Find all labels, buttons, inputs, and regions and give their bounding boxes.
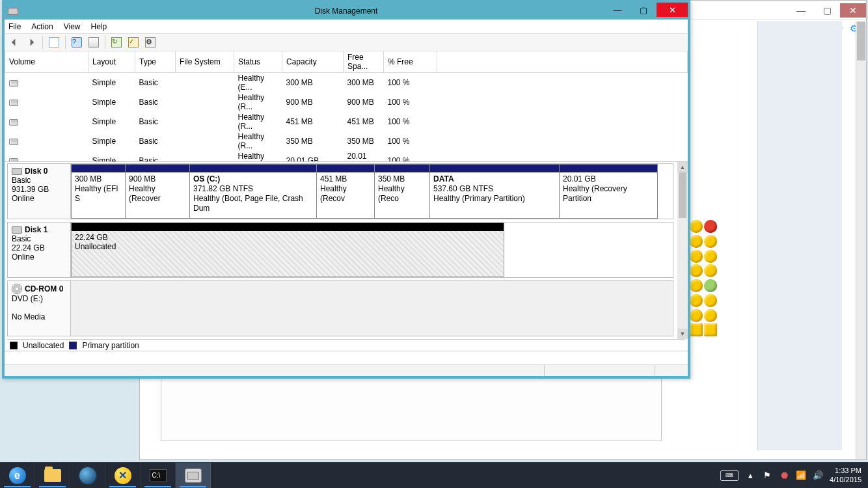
disk-management-window: Disk Management — ▢ ✕ File Action View H…: [2, 0, 690, 379]
show-hide-console-tree-button[interactable]: [47, 35, 61, 49]
emoji-icon[interactable]: [704, 309, 717, 322]
col-volume[interactable]: Volume: [5, 51, 88, 73]
maximize-button[interactable]: ▢: [631, 3, 657, 17]
rescan-button[interactable]: ✓: [126, 35, 141, 49]
partition-size: 537.60 GB NTFS: [433, 184, 556, 194]
emoji-icon[interactable]: [690, 309, 703, 322]
col-capacity[interactable]: Capacity: [282, 51, 344, 73]
emoji-icon[interactable]: [704, 235, 717, 248]
taskbar-ie[interactable]: [0, 463, 35, 489]
col-spacer[interactable]: [437, 51, 688, 73]
back-button[interactable]: [7, 35, 21, 49]
volume-list-pane[interactable]: Volume Layout Type File System Status Ca…: [5, 51, 688, 162]
volume-row[interactable]: SimpleBasicHealthy (R...350 MB350 MB100 …: [5, 131, 688, 151]
emoji-icon[interactable]: [690, 264, 703, 277]
refresh-button[interactable]: ↻: [109, 35, 124, 49]
bg-minimize-button[interactable]: —: [788, 3, 814, 18]
emoji-icon[interactable]: [690, 235, 703, 248]
emoji-icon[interactable]: [690, 323, 703, 336]
bg-close-button[interactable]: ✕: [840, 3, 866, 18]
col-pctfree[interactable]: % Free: [384, 51, 437, 73]
disk-row[interactable]: Disk 1Basic22.24 GBOnline22.24 GBUnalloc…: [7, 222, 673, 278]
volume-fs: [176, 73, 234, 93]
partition[interactable]: OS (C:)371.82 GB NTFSHealthy (Boot, Page…: [189, 164, 317, 219]
col-freespace[interactable]: Free Spa...: [344, 51, 384, 73]
col-layout[interactable]: Layout: [88, 51, 135, 73]
disk-header[interactable]: CD-ROM 0DVD (E:)No Media: [8, 281, 71, 336]
bg-scroll-thumb[interactable]: [857, 21, 865, 61]
partition[interactable]: 451 MBHealthy (Recov: [316, 164, 375, 219]
volume-row[interactable]: SimpleBasicHealthy (R...900 MB900 MB100 …: [5, 92, 688, 112]
keyboard-icon[interactable]: ⌨: [720, 470, 739, 481]
tray-clock[interactable]: 1:33 PM 4/10/2015: [830, 467, 861, 483]
partition-size: 300 MB: [75, 174, 122, 184]
disk-header[interactable]: Disk 0Basic931.39 GBOnline: [8, 164, 71, 219]
partition[interactable]: 300 MBHealthy (EFI S: [71, 164, 126, 219]
disk-row[interactable]: CD-ROM 0DVD (E:)No Media: [7, 280, 673, 336]
minimize-button[interactable]: —: [604, 3, 631, 17]
volume-row[interactable]: SimpleBasicHealthy (R...20.01 GB20.01 GB…: [5, 151, 688, 162]
disk-row[interactable]: Disk 0Basic931.39 GBOnline300 MBHealthy …: [7, 163, 673, 219]
taskbar-cmd[interactable]: C:\: [141, 463, 176, 489]
tray-action-center-icon[interactable]: ⚑: [762, 470, 772, 481]
folder-icon: [44, 469, 61, 482]
system-tray[interactable]: ⌨ ▴ ⚑ ⬣ 📶 🔊 1:33 PM 4/10/2015: [714, 463, 868, 488]
disk-graphic-pane[interactable]: Disk 0Basic931.39 GBOnline300 MBHealthy …: [5, 162, 688, 351]
emoji-icon[interactable]: [704, 220, 717, 233]
titlebar[interactable]: Disk Management — ▢ ✕: [5, 3, 688, 20]
emoji-icon[interactable]: [704, 279, 717, 292]
close-button[interactable]: ✕: [657, 3, 688, 17]
partition[interactable]: 350 MBHealthy (Reco: [374, 164, 430, 219]
graphic-scrollbar[interactable]: ▲ ▼: [677, 162, 688, 339]
emoji-icon[interactable]: [690, 294, 703, 307]
volume-table[interactable]: Volume Layout Type File System Status Ca…: [5, 51, 688, 162]
scroll-up-button[interactable]: ▲: [677, 162, 688, 172]
taskbar-explorer[interactable]: [35, 463, 70, 489]
volume-row[interactable]: SimpleBasicHealthy (R...451 MB451 MB100 …: [5, 112, 688, 131]
menu-view[interactable]: View: [64, 22, 81, 31]
disk-header[interactable]: Disk 1Basic22.24 GBOnline: [8, 223, 71, 277]
bg-scrollbar[interactable]: [856, 21, 866, 459]
volume-status: Healthy (R...: [234, 112, 282, 131]
volume-row[interactable]: SimpleBasicHealthy (E...300 MB300 MB100 …: [5, 73, 688, 93]
partition-status: Healthy (Boot, Page File, Crash Dum: [193, 194, 313, 213]
partition[interactable]: 900 MBHealthy (Recover: [125, 164, 190, 219]
unallocated-region[interactable]: 22.24 GBUnallocated: [71, 223, 504, 277]
bg-maximize-button[interactable]: ▢: [814, 3, 840, 18]
emoji-icon[interactable]: [690, 250, 703, 263]
taskbar[interactable]: ✕ C:\ ⌨ ▴ ⚑ ⬣ 📶 🔊 1:33 PM 4/10/2015: [0, 462, 868, 488]
partition-header: [430, 165, 559, 172]
disk-size: 22.24 GB: [12, 243, 66, 252]
partition[interactable]: 20.01 GBHealthy (Recovery Partition: [559, 164, 658, 219]
emoji-icon[interactable]: [690, 279, 703, 292]
col-status[interactable]: Status: [234, 51, 282, 73]
menu-action[interactable]: Action: [31, 22, 53, 31]
emoji-icon[interactable]: [704, 294, 717, 307]
cmd-icon: C:\: [150, 469, 167, 482]
scroll-thumb[interactable]: [679, 172, 686, 218]
menu-file[interactable]: File: [8, 22, 21, 31]
rescan-icon: ✓: [128, 37, 139, 47]
tray-security-icon[interactable]: ⬣: [779, 470, 789, 481]
tray-network-icon[interactable]: 📶: [796, 470, 806, 481]
taskbar-diskmgmt[interactable]: [176, 463, 211, 489]
scroll-down-button[interactable]: ▼: [677, 329, 688, 339]
col-filesystem[interactable]: File System: [176, 51, 234, 73]
emoji-icon[interactable]: [704, 264, 717, 277]
volume-type: Basic: [135, 151, 176, 162]
help-button[interactable]: ?: [70, 35, 84, 49]
forward-button[interactable]: [24, 35, 38, 49]
tray-up-icon[interactable]: ▴: [745, 470, 755, 481]
emoji-icon[interactable]: [704, 250, 717, 263]
partition[interactable]: DATA537.60 GB NTFSHealthy (Primary Parti…: [429, 164, 560, 219]
menu-help[interactable]: Help: [91, 22, 107, 31]
volume-capacity: 900 MB: [282, 92, 344, 112]
col-type[interactable]: Type: [135, 51, 176, 73]
taskbar-app-x[interactable]: ✕: [105, 463, 141, 489]
tray-volume-icon[interactable]: 🔊: [813, 470, 823, 481]
properties-button[interactable]: [87, 35, 101, 49]
emoji-icon[interactable]: [704, 323, 717, 336]
settings-button[interactable]: ⚙: [143, 35, 157, 49]
taskbar-app-orb[interactable]: [70, 463, 105, 489]
emoji-icon[interactable]: [690, 220, 703, 233]
